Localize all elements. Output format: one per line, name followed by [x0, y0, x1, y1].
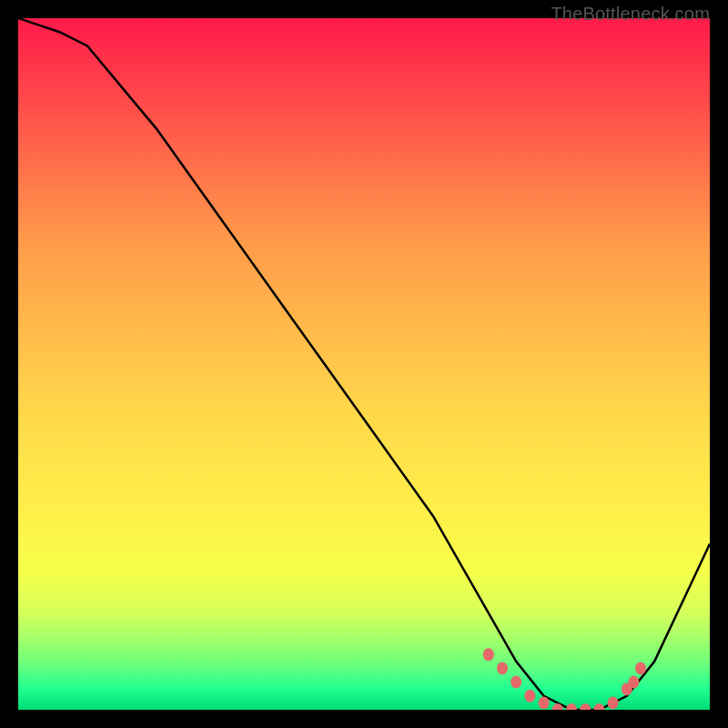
- valley-marker: [566, 703, 577, 710]
- plot-area: [18, 18, 710, 710]
- valley-marker: [511, 676, 521, 689]
- valley-markers: [483, 648, 646, 710]
- valley-marker: [628, 676, 639, 689]
- valley-marker: [608, 696, 619, 709]
- bottleneck-curve: [18, 18, 710, 710]
- curve-layer: [18, 18, 710, 710]
- valley-marker: [580, 703, 591, 710]
- valley-marker: [497, 662, 508, 674]
- valley-marker: [635, 662, 646, 674]
- valley-marker: [593, 703, 604, 710]
- valley-marker: [483, 648, 494, 661]
- valley-marker: [524, 690, 535, 703]
- watermark: TheBottleneck.com: [551, 4, 710, 25]
- valley-marker: [539, 696, 550, 709]
- chart-frame: TheBottleneck.com: [0, 0, 728, 728]
